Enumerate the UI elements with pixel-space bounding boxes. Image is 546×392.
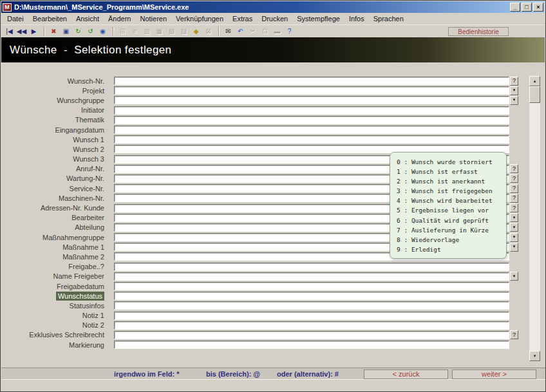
field-wunsch-nr-help-button[interactable]: ? [510, 77, 518, 86]
title-bar[interactable]: M D:\Mustermann\_MService_Programm\MServ… [1, 1, 545, 13]
status-option-3[interactable]: 3 : Wunsch ist freigegeben [397, 186, 506, 196]
field-exklusives-schreibrecht-input[interactable] [114, 331, 509, 339]
page-title: Wünsche - Selektion festlegen [1, 44, 171, 57]
field-label-freigabe: Freigabe..? [1, 263, 109, 270]
field-label-name-freigeber: Name Freigeber [1, 272, 109, 280]
field-markierung-input[interactable] [114, 341, 509, 349]
field-exklusives-schreibrecht-help-button[interactable]: ? [510, 330, 518, 339]
status-option-0[interactable]: 0 : Wunsch wurde storniert [397, 157, 506, 167]
status-option-2[interactable]: 2 : Wunsch ist anerkannt [397, 176, 506, 186]
menu-aendern[interactable]: Ändern [104, 14, 135, 24]
menu-datei[interactable]: Datei [3, 14, 28, 24]
field-projekt-dropdown-button[interactable]: ▼ [510, 86, 518, 95]
first-record-icon[interactable]: |◀ [4, 26, 15, 37]
field-freigabe-input[interactable] [114, 263, 509, 271]
field-freigabedatum-input[interactable] [114, 282, 509, 290]
field-adressen-nr-kunde-help-button[interactable]: ? [510, 203, 518, 212]
notes-icon: ▨ [178, 26, 189, 37]
field-massnahmengruppe-dropdown-button[interactable]: ▼ [510, 233, 518, 242]
form-row-exklusives-schreibrecht: Exklusives Schreibrecht? [1, 330, 520, 340]
scroll-down-button[interactable]: ▼ [529, 351, 540, 361]
next-record-icon[interactable]: ▶ [28, 26, 39, 37]
field-wunsch-nr-input[interactable] [114, 77, 509, 85]
toolbar-separator [113, 26, 114, 36]
page-header: Wünsche - Selektion festlegen [1, 37, 545, 62]
help-icon[interactable]: ? [284, 26, 295, 37]
undo-icon[interactable]: ↶ [235, 26, 246, 37]
close-button[interactable]: × [533, 3, 543, 12]
refresh-icon[interactable]: ↻ [73, 26, 84, 37]
field-wunsch-1-input[interactable] [114, 135, 509, 144]
field-name-freigeber-dropdown-button[interactable]: ▼ [510, 272, 518, 281]
prev-record-icon[interactable]: ◀◀ [16, 26, 27, 37]
field-anruf-nr-help-button[interactable]: ? [510, 164, 518, 173]
scroll-up-button[interactable]: ▲ [529, 76, 540, 86]
field-statusinfos-input[interactable] [114, 301, 509, 310]
cut-icon: ✂ [247, 26, 258, 37]
save-icon[interactable]: ▣ [61, 26, 71, 37]
status-option-8[interactable]: 8 : Wiedervorlage [397, 235, 506, 245]
field-notiz-2-input[interactable] [114, 321, 509, 330]
menu-systempflege[interactable]: Systempflege [292, 14, 344, 24]
scrollbar-thumb[interactable] [529, 86, 540, 103]
app-window: M D:\Mustermann\_MService_Programm\MServ… [0, 0, 546, 392]
minimize-button[interactable]: _ [510, 3, 520, 12]
status-option-5[interactable]: 5 : Ergebnisse liegen vor [397, 205, 506, 215]
status-option-4[interactable]: 4 : Wunsch wird bearbeitet [397, 196, 506, 205]
status-option-7[interactable]: 7 : Auslieferung in Kürze [397, 225, 506, 235]
menu-extras[interactable]: Extras [228, 14, 257, 24]
menu-notieren[interactable]: Notieren [135, 14, 171, 24]
field-thematik-input[interactable] [114, 116, 509, 124]
columns-icon: ▥ [142, 26, 153, 37]
field-name-freigeber-input[interactable] [114, 272, 509, 281]
form-row-wunschstatus: Wunschstatus [1, 291, 520, 301]
form-row-name-freigeber: Name Freigeber▼ [1, 272, 520, 281]
status-option-6[interactable]: 6 : Qualität wird geprüft [397, 216, 506, 225]
field-service-nr-help-button[interactable]: ? [510, 184, 518, 193]
next-button[interactable]: weiter > [452, 369, 536, 379]
field-label-wunschgruppe: Wunschgruppe [1, 97, 109, 104]
field-label-wunsch-2: Wunsch 2 [1, 145, 109, 153]
footer-bar: < zurück weiter > irgendwo im Feld: *bis… [1, 368, 546, 380]
field-wunschgruppe-input[interactable] [114, 96, 509, 104]
form-row-thematik: Thematik [1, 115, 520, 125]
maximize-button[interactable]: □ [522, 3, 532, 12]
cancel-icon[interactable]: ✖ [48, 26, 59, 37]
menu-verknuepfungen[interactable]: Verknüpfungen [171, 14, 228, 24]
filter-icon[interactable]: ◆ [191, 26, 202, 37]
field-projekt-input[interactable] [114, 86, 509, 95]
field-wunschgruppe-dropdown-button[interactable]: ▼ [510, 96, 518, 105]
toolbar: |◀◀◀▶✖▣↻↺◉⊞≡▥▦▧▨◆⊠✉↶✂⊡▬? Bedienhistorie [1, 24, 545, 37]
menu-ansicht[interactable]: Ansicht [71, 14, 104, 24]
bedienhistorie-button[interactable]: Bedienhistorie [448, 27, 509, 36]
menu-sprachen[interactable]: Sprachen [369, 14, 408, 24]
field-label-anruf-nr: Anruf-Nr. [1, 165, 109, 173]
table-icon: ▦ [154, 26, 165, 37]
field-abteilung-dropdown-button[interactable]: ▼ [510, 223, 518, 232]
menu-drucken[interactable]: Drucken [257, 14, 292, 24]
print-icon: ⊠ [203, 26, 214, 37]
field-eingangsdatum-input[interactable] [114, 126, 509, 134]
field-label-notiz-2: Notiz 2 [1, 321, 109, 329]
field-label-maschinen-nr: Maschinen-Nr. [1, 194, 109, 202]
mail-icon[interactable]: ✉ [223, 26, 234, 37]
revert-icon[interactable]: ↺ [85, 26, 96, 37]
field-label-initiator: Initiator [1, 106, 109, 114]
back-button[interactable]: < zurück [364, 369, 448, 379]
field-wunschstatus-input[interactable] [114, 292, 509, 300]
field-massnahme-1-dropdown-button[interactable]: ▼ [510, 243, 518, 252]
vertical-scrollbar[interactable]: ▲ ▼ [529, 76, 540, 361]
browse-icon[interactable]: ◉ [97, 26, 108, 37]
field-maschinen-nr-help-button[interactable]: ? [510, 194, 518, 203]
field-initiator-input[interactable] [114, 106, 509, 115]
status-option-1[interactable]: 1 : Wunsch ist erfasst [397, 167, 506, 176]
menu-infos[interactable]: Infos [344, 14, 369, 24]
field-wartung-nr-help-button[interactable]: ? [510, 174, 518, 183]
field-notiz-1-input[interactable] [114, 312, 509, 320]
field-label-bearbeiter: Bearbeiter [1, 214, 109, 221]
status-option-9[interactable]: 9 : Erledigt [397, 245, 506, 254]
field-bearbeiter-dropdown-button[interactable]: ▼ [510, 213, 518, 222]
field-label-massnahme-1: Maßnahme 1 [1, 243, 109, 251]
field-label-service-nr: Service-Nr. [1, 185, 109, 192]
menu-bearbeiten[interactable]: Bearbeiten [28, 14, 71, 24]
